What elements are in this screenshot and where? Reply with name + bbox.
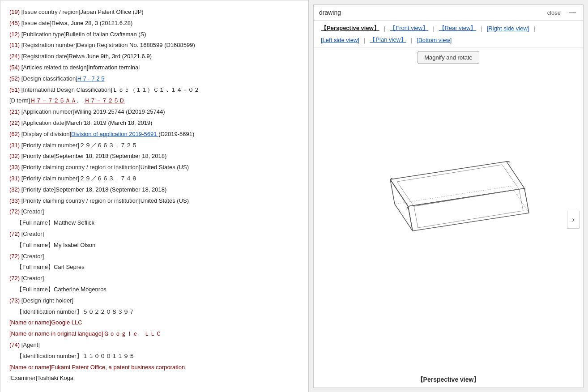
field-line: (73) [Design right holder] [9, 296, 299, 306]
field-value: September 18, 2018 (September 18, 2018) [55, 153, 166, 159]
tab-separator: | [384, 25, 385, 32]
field-label: 【Full name】 [17, 264, 54, 270]
left-panel: (19) [Issue country / region]Japan Paten… [0, 0, 309, 392]
view-tab-2[interactable]: 【Rear view】 [437, 23, 478, 33]
field-label: [Application number] [20, 108, 74, 115]
view-tab-6[interactable]: [Bottom view] [415, 36, 453, 44]
field-link[interactable]: Ｈ７－７２５Ｄ [84, 97, 125, 104]
field-label: [Name or name] [9, 364, 51, 371]
header-controls: close — [545, 8, 578, 17]
field-value: ２９／６６３，７４９ [79, 175, 137, 182]
field-line: 【Full name】Catherine Mogenros [9, 285, 299, 294]
field-value: Catherine Mogenros [54, 286, 107, 293]
field-label: [Name or name in original language] [9, 330, 103, 337]
field-label: [Issue country / region] [20, 9, 80, 15]
field-line: (72) [Creator] [9, 252, 299, 261]
close-button[interactable]: close [545, 9, 563, 17]
field-label: [International Design Classification] [20, 86, 112, 93]
drawing-header: drawing close — [314, 5, 583, 21]
field-line: (32) [Priority date]September 18, 2018 (… [9, 185, 299, 195]
field-label: [Creator] [20, 230, 44, 237]
field-line: 【Identification number】５０２２０８３９７ [9, 307, 299, 317]
field-line: [Name or name]Google LLC [9, 318, 299, 328]
field-link[interactable]: Ｈ７－７２５ＡＡ [30, 97, 77, 104]
field-link[interactable]: H 7 - 7 2 5 [77, 75, 105, 82]
field-line: (72) [Creator] [9, 230, 299, 239]
view-tabs: 【Perspective view】|【Front view】|【Rear vi… [314, 21, 583, 48]
field-label: [Creator] [20, 208, 44, 215]
field-value: Design Registration No. 1688599 (D168859… [77, 42, 195, 48]
tab-separator: | [533, 25, 535, 32]
field-line: (19) [Issue country / region]Japan Paten… [9, 8, 299, 17]
field-value: Ｌｏｃ（１１）Ｃ１．１４－０２ [112, 86, 200, 93]
field-label: [Articles related to design] [20, 64, 88, 71]
tab-separator: | [364, 37, 365, 43]
field-line: (22) [Application date]March 18, 2019 (M… [9, 119, 299, 128]
field-number: (32) [9, 153, 20, 159]
field-number: (62) [9, 131, 20, 137]
field-label: [Registration date] [20, 53, 68, 60]
field-value: March 18, 2019 (March 18, 2019) [66, 119, 152, 126]
field-line: (33) [Priority claiming country / region… [9, 163, 299, 172]
field-label: [Priority claim number] [20, 175, 79, 182]
field-line: (45) [Issue date]Reiwa, June 28, 3 (2012… [9, 19, 299, 28]
field-label: [Application date] [20, 119, 66, 126]
field-label: [D term] [9, 97, 30, 104]
field-label: [Priority date] [20, 153, 55, 159]
field-number: (32) [9, 186, 20, 193]
field-label: 【Full name】 [17, 242, 54, 248]
right-panel: drawing close — 【Perspective view】|【Fron… [309, 0, 588, 392]
field-value: Bulletin of Italian Craftsman (S) [66, 31, 146, 38]
field-line: [D term]Ｈ７－７２５ＡＡ、 Ｈ７－７２５Ｄ [9, 96, 299, 106]
field-label: [Name or name] [9, 319, 51, 326]
field-line: 【Full name】Carl Sepres [9, 263, 299, 272]
view-tab-4[interactable]: [Left side view] [319, 36, 361, 44]
field-value: Carl Sepres [54, 264, 85, 270]
field-number: (52) [9, 75, 20, 82]
svg-line-1 [525, 192, 529, 213]
chevron-right-icon: › [572, 216, 574, 224]
field-number: (31) [9, 175, 20, 182]
field-number: (74) [9, 341, 20, 348]
field-link[interactable]: Division of application 2019-5691 [71, 131, 158, 137]
field-line: 【Full name】My Isabel Olson [9, 241, 299, 250]
field-number: (19) [9, 9, 20, 15]
field-number: (31) [9, 142, 20, 149]
minimize-button[interactable]: — [567, 8, 578, 17]
field-value: Ｇｏｏｇｌｅ ＬＬＣ [103, 330, 162, 337]
magnify-btn-row: Magnify and rotate [314, 48, 583, 67]
field-number: (33) [9, 197, 20, 204]
field-value: ５０２２０８３９７ [82, 308, 135, 315]
view-tab-5[interactable]: 【Plan view】 [368, 35, 408, 45]
field-label: [Priority claim number] [20, 142, 79, 149]
field-label: [Agent] [20, 341, 40, 348]
field-label: [Priority claiming country / region or i… [20, 164, 141, 170]
field-label: [Creator] [20, 275, 44, 281]
field-label: 【Full name】 [17, 219, 54, 226]
drawing-container: drawing close — 【Perspective view】|【Fron… [313, 4, 584, 388]
field-line: [Name or name in original language]Ｇｏｏｇｌ… [9, 329, 299, 339]
magnify-rotate-button[interactable]: Magnify and rotate [418, 51, 479, 64]
field-line: (31) [Priority claim number]２９／６６３，７４９ [9, 174, 299, 183]
view-tab-0[interactable]: 【Perspective view】 [319, 23, 381, 33]
field-line: 【Identification number】１１０００１１９５ [9, 352, 299, 361]
field-label: [Priority date] [20, 186, 55, 193]
field-line: (72) [Creator] [9, 207, 299, 217]
view-tab-1[interactable]: 【Front view】 [388, 23, 430, 33]
tab-separator: | [433, 25, 434, 32]
field-line: (74) [Agent] [9, 341, 299, 350]
field-number: (72) [9, 208, 20, 215]
field-line: [Name or name]Fukami Patent Office, a pa… [9, 363, 299, 372]
tab-separator: | [481, 25, 482, 32]
field-line: (12) [Publication type]Bulletin of Itali… [9, 30, 299, 39]
view-tab-3[interactable]: [Right side view] [485, 24, 531, 33]
field-label: [Design classification] [20, 75, 77, 82]
field-label: [Issue date] [20, 20, 51, 26]
field-label: [Priority claiming country / region or i… [20, 197, 141, 204]
field-value: September 18, 2018 (September 18, 2018) [55, 186, 166, 193]
field-value: Toshiaki Koga [37, 375, 73, 381]
field-line: (32) [Priority date]September 18, 2018 (… [9, 152, 299, 161]
field-value: １１０００１１９５ [82, 353, 135, 359]
next-button[interactable]: › [567, 211, 579, 229]
tab-separator: | [411, 37, 412, 43]
